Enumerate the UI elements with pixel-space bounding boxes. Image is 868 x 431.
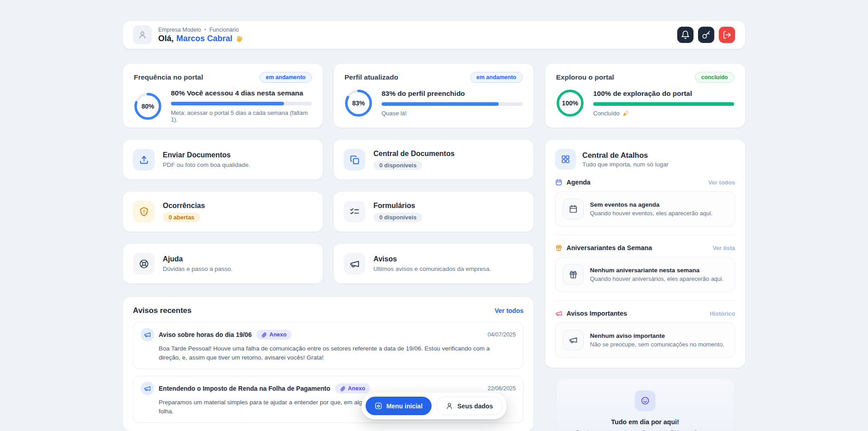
see-all-notices-link[interactable]: Ver todos [495,307,524,314]
count-badge: 0 disponíveis [373,213,422,222]
panel-title: Central de Atalhos [582,151,669,160]
upload-icon [133,149,155,171]
progress-ring-label: 80% [134,92,162,120]
quick-actions: Enviar Documentos PDF ou foto com boa qu… [123,140,533,284]
progress-bar [171,102,312,105]
panel-subtitle: Tudo que importa, num só lugar [582,161,669,168]
notice-date: 22/06/2025 [487,385,516,392]
agenda-see-all-link[interactable]: Ver todos [708,179,735,186]
grid-icon [555,149,576,170]
important-empty-state: Nenhum aviso importante Não se preocupe,… [555,322,735,358]
smile-icon [635,390,656,411]
birthdays-section: Aniversariantes da Semana Ver lista Nenh… [555,244,735,292]
left-column: Frequência no portal em andamento 80% 80… [123,64,533,431]
my-data-button[interactable]: Seus dados [436,397,503,415]
breadcrumb-separator: • [204,27,206,33]
dashboard-page: Empresa Modelo • Funcionário Olá, Marcos… [123,0,745,431]
user-role: Funcionário [209,27,239,33]
important-history-link[interactable]: Histórico [710,310,735,317]
home-icon [375,402,382,410]
stat-title: 80% Você acessou 4 dias nesta semana [171,89,312,97]
stat-title: 100% de exploração do portal [593,90,734,98]
avatar [133,25,152,44]
paperclip-icon [261,332,267,338]
progress-ring: 80% [134,92,162,120]
progress-bar [382,102,523,106]
megaphone-icon [141,328,154,341]
user-name: Marcos Cabral [176,34,232,43]
topbar: Empresa Modelo • Funcionário Olá, Marcos… [123,21,745,49]
stat-card-frequencia: Frequência no portal em andamento 80% 80… [123,64,323,128]
count-badge: 0 abertas [163,213,200,222]
stat-label: Perfil atualizado [344,73,398,81]
stat-card-explorou: Explorou o portal concluído 100% 100% de… [545,64,745,128]
stat-label: Explorou o portal [556,73,614,81]
birthdays-empty-state: Nenhum aniversariante nesta semana Quand… [555,257,735,292]
progress-bar [593,102,734,106]
action-card-ajuda[interactable]: Ajuda Dúvidas e passo a passo. [123,244,323,284]
stat-meta: Quase lá! [382,110,523,117]
progress-ring-label: 83% [344,89,373,117]
greeting: Olá, Marcos Cabral [158,34,244,43]
count-badge: 0 disponíveis [373,161,422,170]
section-title: Avisos recentes [133,306,192,315]
important-notices-section: Avisos Importantes Histórico Nenhum avis… [555,310,735,358]
home-menu-button[interactable]: Menu inicial [366,397,432,415]
status-badge: concluído [695,72,734,83]
bottom-dock: Menu inicial Seus dados [362,393,507,419]
gift-icon [563,264,584,285]
right-column: Explorou o portal concluído 100% 100% de… [545,64,745,431]
checklist-icon [344,201,365,223]
all-good-card: Tudo em dia por aqui! Continue acessando… [556,379,734,431]
password-button[interactable] [698,27,714,43]
stat-card-perfil: Perfil atualizado em andamento 83% 83% d… [334,64,533,128]
user-icon [446,402,453,410]
calendar-icon [555,179,562,186]
megaphone-icon [344,253,365,275]
agenda-empty-state: Sem eventos na agenda Quando houver even… [555,191,735,227]
megaphone-icon [563,330,584,350]
stat-label: Frequência no portal [134,73,203,81]
paperclip-icon [340,386,346,392]
progress-ring: 83% [344,89,373,117]
progress-ring: 100% [556,89,584,117]
notifications-button[interactable] [677,27,693,43]
bell-icon [681,30,690,39]
main-layout: Frequência no portal em andamento 80% 80… [123,64,745,431]
user-identity: Empresa Modelo • Funcionário Olá, Marcos… [133,25,244,44]
shield-alert-icon [133,201,155,223]
agenda-section: Agenda Ver todos Sem eventos na agenda Q… [555,179,735,227]
topbar-actions [677,27,735,43]
logout-icon [722,30,731,39]
breadcrumb: Empresa Modelo • Funcionário [158,27,244,33]
stat-meta: Meta: acessar o portal 5 dias a cada sem… [171,109,312,123]
greeting-prefix: Olá, [158,34,174,43]
life-buoy-icon [133,253,155,275]
action-card-ocorrencias[interactable]: Ocorrências 0 abertas [123,192,323,232]
birthdays-see-list-link[interactable]: Ver lista [712,245,735,251]
notice-date: 04/07/2025 [487,332,516,338]
notice-item[interactable]: Aviso sobre horas do dia 19/06 Anexo 04/… [133,322,524,369]
documents-icon [344,149,365,171]
progress-ring-label: 100% [556,89,584,117]
divider [555,300,735,301]
divider [555,235,735,235]
party-popper-icon [622,110,629,117]
status-badge: em andamento [259,72,312,83]
megaphone-icon [141,382,154,395]
action-card-formularios[interactable]: Formulários 0 disponíveis [334,192,533,232]
action-card-avisos[interactable]: Avisos Ultimos avisos e comunicados da e… [334,244,533,284]
calendar-icon [563,199,584,219]
megaphone-icon [555,310,562,317]
waving-hand-icon [235,34,244,43]
action-card-enviar-documentos[interactable]: Enviar Documentos PDF ou foto com boa qu… [123,140,323,180]
stat-meta: Concluído [593,110,734,117]
status-badge: em andamento [470,72,523,83]
stat-title: 83% do perfil preenchido [382,90,523,98]
gift-icon [555,244,562,251]
company-name: Empresa Modelo [158,27,201,33]
action-card-central-documentos[interactable]: Central de Documentos 0 disponíveis [334,140,533,180]
notice-body: Boa Tarde Pessoal! Houve uma falha de co… [159,344,516,362]
key-icon [702,30,711,39]
logout-button[interactable] [719,27,735,43]
